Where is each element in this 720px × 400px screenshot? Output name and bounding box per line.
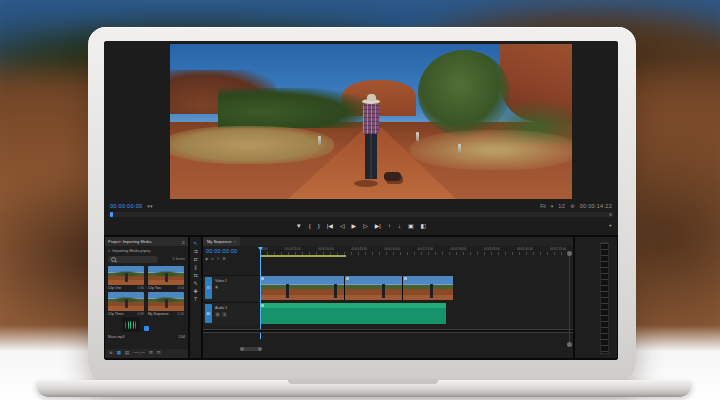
monitor-current-timecode[interactable]: 00:00:00:00 [110,203,142,209]
monitor-display-dropdown[interactable]: ▾ [150,203,153,209]
project-item-my-sequence[interactable]: My Sequence0:14 [148,292,184,316]
clip-boundary [344,276,345,300]
timeline-playhead[interactable] [260,247,261,339]
go-to-out-button[interactable]: ▶| [375,223,381,229]
mark-out-button[interactable]: } [318,223,320,229]
fx-badge-icon [404,277,407,280]
timeline-header-icons: ◈∪≡⚙ [205,257,226,261]
new-item-button[interactable]: ⊟ [157,351,161,356]
timeline-current-timecode[interactable]: 00:00:00:00 [206,248,237,254]
project-item-clip-three[interactable]: Clip Three0:05 [108,292,144,316]
clip-boundary [402,276,403,300]
audio-waveform-icon [125,321,137,329]
razor-tool[interactable]: ∥ [194,265,197,270]
ruler-tick-label: 00:01:15:00 [417,247,433,251]
icon-view-button[interactable]: ▦ [117,351,121,356]
clip-thumbnail [108,266,144,285]
zoom-slider[interactable]: —○— [133,351,145,356]
audio-clip[interactable] [260,303,446,324]
track-eye-icon[interactable]: ◉ [215,285,218,289]
project-item-clip-one[interactable]: Clip One0:06 [108,266,144,290]
preview-trees-left [218,88,368,128]
audio-meters-panel [575,237,617,358]
preview-person [358,94,384,196]
clip-name: Clip Three [108,312,124,316]
list-view-button[interactable]: ≣ [109,351,113,356]
video-clip-filmstrip[interactable] [260,276,453,300]
nest-toggle[interactable]: ◈ [205,257,208,261]
pen-tool[interactable]: ✎ [193,281,197,286]
monitor-scrubber-end [609,213,612,216]
clip-duration: 0:05 [137,312,144,316]
project-bin-row[interactable]: ⌂ Importing Media.prproj [105,247,188,254]
monitor-playhead[interactable] [110,212,113,217]
timeline-tab-my-sequence[interactable]: My Sequence × [203,237,240,246]
new-item-badge-icon[interactable] [144,326,149,331]
project-panel-header[interactable]: Project: Importing Media ≡ [105,237,188,246]
audio-track-name: Audio 1 [215,306,227,310]
audio-track-row: A1 Audio 1 M S [203,302,573,325]
timeline-panel: My Sequence × 00:00:00:00 ◈∪≡⚙ 00:0000:0… [203,237,573,358]
person-legs [365,133,377,179]
audio-item-duration: 2:04 [178,335,185,339]
solo-button[interactable]: S [222,312,227,317]
preview-fence-post [458,144,461,153]
panel-menu-icon[interactable]: ≡ [182,239,185,245]
monitor-left-controls: ▾▾ [147,203,152,209]
export-frame-button[interactable]: ▣ [408,223,414,229]
new-bin-button[interactable]: ⊞ [149,351,153,356]
laptop-screen: 00:00:00:00 ▾▾ Fit ▾ 1/2 ⚙ 00:00:14:22 ▼… [104,41,618,360]
button-editor-plus[interactable]: + [608,222,612,228]
items-count: 5 Items [173,256,185,263]
tools-panel: ↖⇉⇄∥⇆✎✚T [190,237,201,358]
ruler-tick-label: 00:00:45:00 [351,247,367,251]
fx-badge-icon [261,277,264,280]
video-source-patch[interactable]: V1 [205,277,212,299]
zoom-level-dropdown[interactable]: Fit [540,203,546,209]
fx-badge-icon [346,277,349,280]
project-item-music[interactable] [122,317,140,332]
search-input[interactable] [108,256,158,263]
audio-source-patch[interactable]: A1 [205,304,212,323]
playback-resolution-dropdown[interactable]: 1/2 [558,203,565,209]
audio-fx-badge-icon [261,304,264,307]
selection-tool[interactable]: ↖ [193,241,197,246]
work-area-bar[interactable] [260,255,346,257]
settings-wrench-icon[interactable]: ⚙ [570,203,574,209]
type-tool[interactable]: T [194,297,197,302]
ripple-edit-tool[interactable]: ⇄ [193,257,197,262]
go-to-in-button[interactable]: |◀ [327,223,333,229]
program-monitor-panel: 00:00:00:00 ▾▾ Fit ▾ 1/2 ⚙ 00:00:14:22 ▼… [104,41,618,237]
snap-toggle[interactable]: ∪ [211,257,214,261]
freeform-view-button[interactable]: ▤ [125,351,129,356]
sequence-name: My Sequence [148,312,169,316]
mute-button[interactable]: M [215,312,220,317]
monitor-duration-timecode: 00:00:14:22 [580,203,612,209]
video-preview[interactable] [170,44,572,199]
timeline-vertical-scrollbar[interactable] [569,253,570,345]
project-item-clip-two[interactable]: Clip Two0:04 [148,266,184,290]
timeline-settings-wrench[interactable]: ⚙ [222,257,226,261]
ruler-tick-label: 00:01:30:00 [451,247,467,251]
mark-in-button[interactable]: { [309,223,311,229]
extract-button[interactable]: ↓ [398,223,401,229]
hand-tool[interactable]: ✚ [193,289,197,294]
timeline-zoom-scrollbar[interactable] [241,347,261,351]
tab-close-icon[interactable]: × [233,239,235,244]
monitor-scrubber[interactable] [108,212,614,217]
step-forward-button[interactable]: ▷ [363,223,368,229]
track-select-tool[interactable]: ⇉ [193,249,197,254]
slip-tool[interactable]: ⇆ [193,273,197,278]
linked-selection-toggle[interactable]: ≡ [217,257,219,261]
lift-button[interactable]: ↑ [388,223,391,229]
video-track-header[interactable]: V1 Video 1 ◉ [203,275,259,301]
add-marker-button[interactable]: ▼ [296,223,302,229]
step-back-button[interactable]: ◁ [340,223,345,229]
audio-track-header[interactable]: A1 Audio 1 M S [203,302,259,325]
play-button[interactable]: ▶ [352,223,357,229]
audio-clip-title-bar [260,303,446,308]
zoom-level-caret-icon: ▾ [551,203,554,209]
comparison-view-button[interactable]: ◧ [421,223,427,229]
lower-panels: Project: Importing Media ≡ ⌂ Importing M… [104,237,618,360]
clip-name: Clip Two [148,286,161,290]
